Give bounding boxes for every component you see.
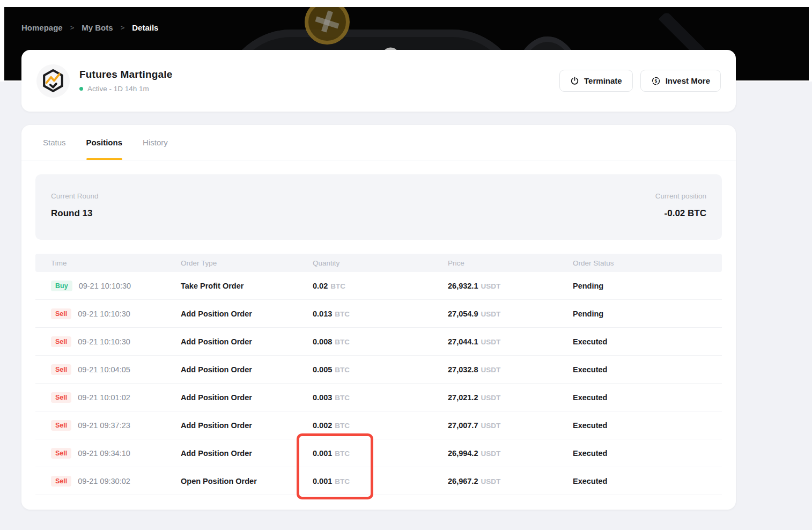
price-value: 27,007.7 (448, 421, 478, 430)
breadcrumb: Homepage > My Bots > Details (21, 23, 158, 32)
quantity-value: 0.008 (313, 337, 332, 346)
order-status: Executed (573, 421, 722, 430)
breadcrumb-homepage[interactable]: Homepage (21, 23, 63, 32)
order-status: Executed (573, 449, 722, 458)
price-unit: USDT (481, 338, 500, 346)
price-unit: USDT (481, 282, 500, 290)
quantity-unit: BTC (335, 477, 350, 485)
bot-header-card: Futures Martingale Active - 1D 14h 1m Te… (21, 50, 736, 112)
quantity-unit: BTC (335, 366, 350, 374)
order-type: Take Profit Order (181, 282, 313, 290)
quantity-unit: BTC (335, 310, 350, 318)
active-status-dot (79, 87, 83, 91)
side-badge: Sell (51, 420, 71, 431)
positions-card: Status Positions History Current Round R… (21, 125, 736, 510)
quantity-unit: BTC (330, 282, 345, 290)
table-row: Sell 09-21 10:04:05 Add Position Order 0… (35, 356, 722, 384)
dollar-refresh-icon: $ (651, 76, 661, 86)
tab-history[interactable]: History (143, 125, 168, 160)
table-row: Sell 09-21 10:10:30 Add Position Order 0… (35, 328, 722, 356)
quantity-unit: BTC (335, 394, 350, 402)
bot-hexagon-chart-icon (36, 64, 70, 98)
side-badge: Sell (51, 392, 71, 403)
column-header-order-type: Order Type (181, 259, 313, 267)
side-badge: Sell (51, 476, 71, 487)
order-type: Add Position Order (181, 337, 313, 346)
order-type: Open Position Order (181, 477, 313, 485)
order-time: 09-21 09:37:23 (78, 421, 130, 430)
order-status: Executed (573, 365, 722, 374)
tab-status[interactable]: Status (43, 125, 66, 160)
order-time: 09-21 10:10:30 (78, 310, 130, 318)
quantity-value: 0.02 (313, 282, 328, 290)
quantity-unit: BTC (335, 422, 350, 430)
table-row: Sell 09-21 09:37:23 Add Position Order 0… (35, 411, 722, 439)
breadcrumb-details: Details (132, 23, 158, 32)
side-badge: Sell (51, 448, 71, 459)
side-badge: Buy (51, 281, 72, 291)
order-status: Pending (573, 310, 722, 318)
quantity-value: 0.005 (313, 365, 332, 374)
order-time: 09-21 10:01:02 (78, 393, 130, 402)
quantity-unit: BTC (335, 338, 350, 346)
price-unit: USDT (481, 450, 500, 458)
round-summary-panel: Current Round Round 13 Current position … (35, 174, 722, 240)
power-icon (570, 76, 579, 85)
chevron-right-icon: > (70, 24, 75, 32)
order-status: Pending (573, 282, 722, 290)
terminate-label: Terminate (584, 76, 622, 85)
side-badge: Sell (51, 364, 71, 375)
price-unit: USDT (481, 394, 500, 402)
column-header-quantity: Quantity (313, 259, 448, 267)
table-header-row: Time Order Type Quantity Price Order Sta… (35, 254, 722, 272)
table-row: Buy 09-21 10:10:30 Take Profit Order 0.0… (35, 272, 722, 300)
price-value: 26,932.1 (448, 282, 478, 290)
price-unit: USDT (481, 422, 500, 430)
order-type: Add Position Order (181, 365, 313, 374)
tab-bar: Status Positions History (21, 125, 736, 160)
terminate-button[interactable]: Terminate (559, 70, 633, 92)
quantity-unit: BTC (335, 450, 350, 458)
price-value: 26,994.2 (448, 449, 478, 458)
order-type: Add Position Order (181, 393, 313, 402)
price-value: 26,967.2 (448, 477, 478, 485)
order-type: Add Position Order (181, 449, 313, 458)
price-value: 27,032.8 (448, 365, 478, 374)
quantity-value: 0.013 (313, 310, 332, 318)
column-header-order-status: Order Status (573, 259, 722, 267)
price-unit: USDT (481, 310, 500, 318)
breadcrumb-my-bots[interactable]: My Bots (82, 23, 113, 32)
orders-table: Time Order Type Quantity Price Order Sta… (35, 254, 722, 495)
order-time: 09-21 10:04:05 (78, 365, 130, 374)
order-time: 09-21 10:10:30 (79, 282, 131, 290)
price-unit: USDT (481, 366, 500, 374)
current-round-label: Current Round (51, 192, 99, 200)
order-status: Executed (573, 337, 722, 346)
tab-positions[interactable]: Positions (86, 125, 123, 160)
quantity-value: 0.002 (313, 421, 332, 430)
bot-title: Futures Martingale (79, 69, 173, 80)
order-time: 09-21 09:34:10 (78, 449, 130, 458)
side-badge: Sell (51, 308, 71, 319)
bot-status-text: Active - 1D 14h 1m (87, 85, 149, 93)
order-time: 09-21 10:10:30 (78, 337, 130, 346)
current-round-value: Round 13 (51, 208, 99, 219)
table-row: Sell 09-21 09:34:10 Add Position Order 0… (35, 439, 722, 467)
invest-more-button[interactable]: $ Invest More (640, 70, 721, 92)
order-type: Add Position Order (181, 421, 313, 430)
quantity-value: 0.001 (313, 449, 332, 458)
table-row: Sell 09-21 10:10:30 Add Position Order 0… (35, 300, 722, 328)
current-position-value: -0.02 BTC (655, 208, 706, 219)
price-value: 27,044.1 (448, 337, 478, 346)
order-time: 09-21 09:30:02 (78, 477, 130, 485)
price-value: 27,021.2 (448, 393, 478, 402)
table-row: Sell 09-21 09:30:02 Open Position Order … (35, 467, 722, 495)
order-status: Executed (573, 477, 722, 485)
quantity-value: 0.001 (313, 477, 332, 485)
table-row: Sell 09-21 10:01:02 Add Position Order 0… (35, 384, 722, 411)
quantity-value: 0.003 (313, 393, 332, 402)
side-badge: Sell (51, 336, 71, 347)
price-value: 27,054.9 (448, 310, 478, 318)
column-header-price: Price (448, 259, 573, 267)
order-status: Executed (573, 393, 722, 402)
